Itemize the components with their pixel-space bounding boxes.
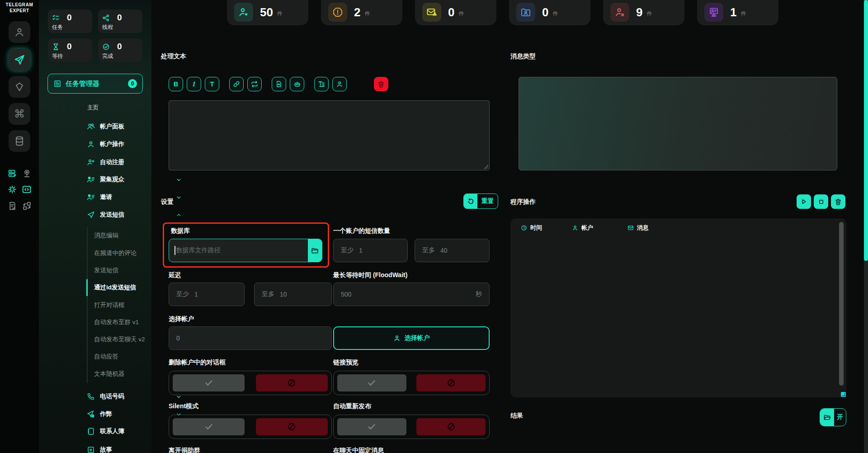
code-window-icon[interactable] — [22, 184, 32, 194]
database-rail-button[interactable] — [9, 130, 30, 152]
column-header-account: 帐户 — [572, 224, 593, 232]
plus-square-icon — [87, 446, 95, 453]
document-check-icon[interactable] — [7, 201, 17, 211]
toggle-on-option[interactable] — [173, 418, 245, 435]
command-icon: ⌘ — [14, 109, 25, 119]
add-file-button[interactable] — [272, 77, 286, 91]
table-resize-handle[interactable] — [841, 392, 846, 397]
trash-icon — [377, 80, 385, 88]
silent-mode-toggle — [169, 415, 332, 439]
nav-home[interactable]: 主页 — [87, 104, 99, 112]
stop-button[interactable] — [814, 194, 828, 209]
toggle-off-option[interactable] — [416, 418, 486, 435]
clear-text-button[interactable] — [374, 77, 388, 91]
toggle-off-option[interactable] — [256, 418, 328, 435]
commands-rail-button[interactable]: ⌘ — [9, 103, 30, 125]
process-text-title: 处理文本 — [161, 52, 186, 61]
user-icon — [87, 140, 95, 148]
toggle-on-option[interactable] — [173, 374, 245, 392]
chevron-down-icon — [176, 177, 182, 183]
task-manager-icon — [53, 80, 61, 88]
stat-card-tasks: 0 任务 — [48, 9, 92, 33]
robot-icon — [293, 80, 301, 88]
stat-card-warnings: 2 件 — [321, 0, 402, 25]
settings-title: 设置 — [161, 198, 174, 206]
message-type-card — [510, 67, 845, 179]
link-button[interactable] — [229, 77, 244, 91]
prohibited-icon — [287, 422, 297, 432]
reset-button[interactable]: 重置 — [463, 193, 498, 209]
octagon-warning-icon — [328, 3, 347, 22]
stop-icon — [818, 198, 825, 205]
sms-min-input[interactable]: 至少1 — [333, 239, 408, 262]
select-account-button[interactable]: 选择帐户 — [333, 326, 490, 350]
toggle-on-option[interactable] — [337, 418, 406, 435]
text-toolbar: B I T — [169, 77, 388, 91]
message-type-area[interactable] — [519, 77, 837, 170]
process-text-textarea[interactable] — [169, 100, 490, 170]
open-result-button[interactable]: 开 — [820, 408, 846, 426]
bot-button[interactable] — [290, 77, 304, 91]
stat-value: 0 — [67, 42, 72, 52]
operations-log-table: 时间 帐户 消息 — [510, 218, 846, 397]
prohibited-icon — [287, 378, 297, 388]
toggle-off-option[interactable] — [256, 374, 328, 392]
webcam-icon[interactable] — [22, 168, 32, 178]
bold-button[interactable]: B — [169, 77, 183, 91]
file-plus-icon — [275, 80, 283, 88]
clear-log-button[interactable] — [831, 194, 845, 209]
hourglass-icon — [52, 43, 60, 51]
link-icon — [233, 80, 240, 88]
floodwait-label: 最长等待时间 (FloodWait) — [333, 271, 407, 279]
active-submenu-indicator — [86, 279, 88, 296]
page-scrollbar-thumb[interactable] — [864, 0, 868, 261]
user-list-icon — [87, 193, 95, 201]
play-icon — [800, 198, 807, 205]
send-rail-button[interactable] — [9, 49, 30, 71]
italic-button[interactable]: I — [187, 77, 201, 91]
stat-label: 等待 — [52, 52, 88, 60]
table-scrollbar[interactable] — [839, 222, 844, 386]
user-icon — [393, 335, 401, 342]
prohibited-icon — [446, 422, 456, 432]
title-text-button[interactable]: T — [205, 77, 219, 91]
accounts-rail-button[interactable] — [9, 21, 30, 43]
account-count-input[interactable]: 0 — [169, 326, 332, 350]
toggle-off-option[interactable] — [416, 374, 486, 392]
toggle-on-option[interactable] — [337, 374, 406, 392]
start-button[interactable] — [797, 194, 811, 209]
reset-icon — [464, 194, 477, 208]
delay-min-input[interactable]: 至少1 — [169, 283, 245, 306]
users-icon — [87, 123, 95, 131]
stat-card-errors: 9 件 — [603, 0, 684, 25]
text-format-button[interactable] — [314, 77, 329, 91]
mention-user-button[interactable] — [332, 77, 347, 91]
stat-card-mail-warnings: 0 件 — [415, 0, 496, 25]
check-circle-icon — [102, 43, 110, 51]
swap-icon[interactable] — [22, 201, 32, 211]
book-icon — [87, 427, 95, 435]
task-manager-button[interactable]: 任务管理器 0 — [47, 74, 143, 94]
column-header-message: 消息 — [627, 224, 649, 232]
bot-gear-icon[interactable] — [7, 184, 17, 194]
floodwait-input[interactable]: 500秒 — [333, 283, 490, 306]
program-ops-title: 程序操作 — [510, 198, 536, 206]
submenu-guide-line — [87, 227, 88, 383]
database-highlight-box — [163, 222, 329, 268]
stat-card-folder: 0 件 — [509, 0, 590, 25]
user-heart-icon — [234, 3, 253, 22]
delay-label: 延迟 — [169, 271, 181, 279]
check-icon — [367, 378, 377, 388]
textarea-resize-handle[interactable] — [484, 165, 488, 169]
server-check-icon[interactable] — [7, 168, 17, 178]
paper-plane-icon — [87, 211, 95, 219]
page-scrollbar — [864, 0, 868, 453]
leave-donor-groups-label: 离开捐助群 — [169, 447, 200, 453]
delay-max-input[interactable]: 至多10 — [254, 283, 332, 306]
stat-value: 0 — [67, 13, 72, 23]
premium-rail-button[interactable] — [9, 76, 30, 98]
select-account-label: 选择帐户 — [169, 315, 194, 323]
sms-max-input[interactable]: 至多40 — [415, 239, 490, 262]
repeat-button[interactable] — [247, 77, 262, 91]
database-icon — [14, 136, 25, 146]
